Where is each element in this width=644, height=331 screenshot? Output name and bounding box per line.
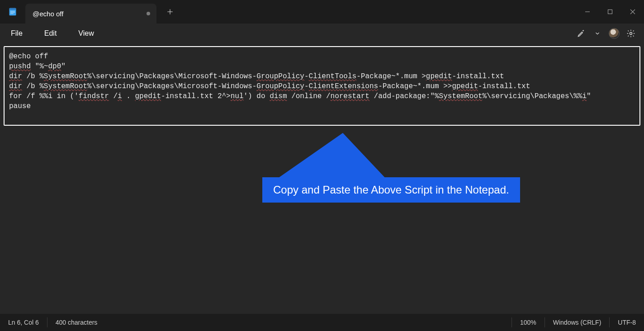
new-tab-button[interactable]	[161, 3, 179, 21]
svg-rect-3	[10, 12, 15, 13]
window-controls	[576, 0, 644, 24]
status-cursor[interactable]: Ln 6, Col 6	[0, 317, 47, 327]
callout-arrow	[261, 131, 397, 194]
svg-rect-5	[608, 10, 612, 14]
minimize-button[interactable]	[576, 0, 599, 24]
tab-active[interactable]: @echo off	[25, 4, 156, 24]
notepad-app-icon	[0, 7, 25, 16]
user-avatar[interactable]	[609, 28, 620, 39]
editor-textarea[interactable]: @echo off pushd "%~dp0" dir /b %SystemRo…	[9, 52, 635, 111]
svg-point-6	[630, 33, 632, 35]
menubar: File Edit View	[0, 24, 644, 43]
tab-title: @echo off	[33, 10, 63, 18]
titlebar: @echo off	[0, 0, 644, 24]
maximize-button[interactable]	[599, 0, 621, 24]
annotation-callout: Copy and Paste the Above Script in the N…	[262, 177, 520, 203]
editor-container: @echo off pushd "%~dp0" dir /b %SystemRo…	[4, 46, 640, 126]
status-eol[interactable]: Windows (CRLF)	[545, 317, 610, 327]
close-button[interactable]	[621, 0, 644, 24]
svg-marker-7	[274, 133, 388, 181]
svg-rect-2	[10, 11, 15, 11]
settings-gear-icon[interactable]	[626, 28, 636, 38]
status-encoding[interactable]: UTF-8	[609, 317, 644, 327]
modified-dot-icon	[147, 12, 150, 15]
svg-rect-1	[9, 8, 16, 10]
svg-rect-4	[10, 13, 14, 14]
menu-view[interactable]: View	[73, 27, 99, 40]
status-zoom[interactable]: 100%	[511, 317, 545, 327]
menu-file[interactable]: File	[5, 27, 28, 40]
menu-edit[interactable]: Edit	[39, 27, 62, 40]
chevron-down-icon[interactable]	[592, 28, 602, 38]
ai-rewrite-icon[interactable]	[576, 28, 586, 38]
status-charcount: 400 characters	[47, 317, 106, 327]
statusbar: Ln 6, Col 6 400 characters 100% Windows …	[0, 314, 644, 331]
annotation-text: Copy and Paste the Above Script in the N…	[273, 184, 509, 196]
